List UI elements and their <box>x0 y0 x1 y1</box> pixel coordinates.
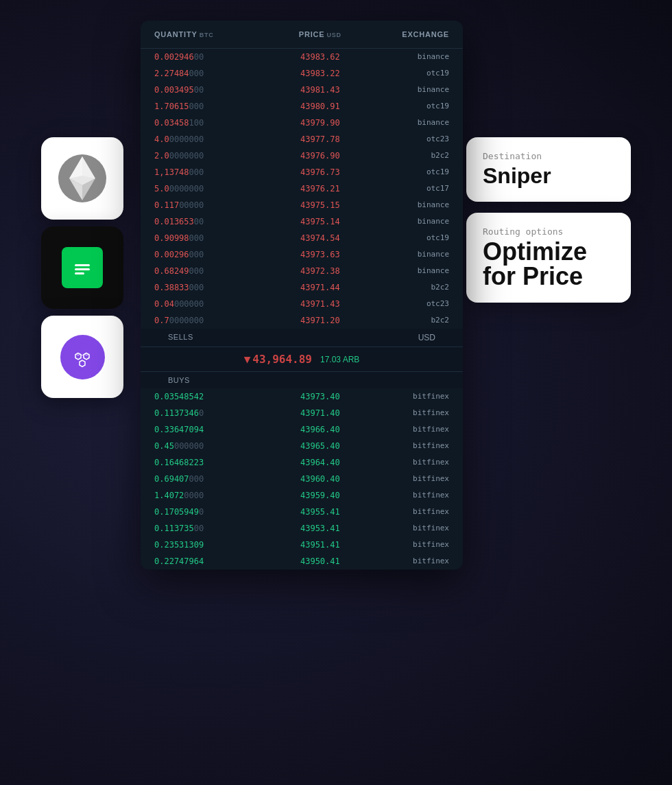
table-row: 0.11373460 43971.40 bitfinex <box>141 405 463 421</box>
mid-price-row: ▼43,964.89 17.03 ARB <box>141 347 463 372</box>
stack-icon <box>62 247 103 288</box>
table-row: 0.38833000 43971.44 b2c2 <box>141 279 463 296</box>
table-row: 0.11700000 43975.15 binance <box>141 197 463 213</box>
table-row: 5.00000000 43976.21 otc17 <box>141 180 463 197</box>
table-row: 1.70615000 43980.91 otc19 <box>141 98 463 115</box>
eth-icon <box>58 154 106 202</box>
table-row: 2.00000000 43976.90 b2c2 <box>141 148 463 164</box>
token-cards-container <box>41 137 123 398</box>
table-row: 0.03548542 43973.40 bitfinex <box>141 388 463 405</box>
mid-price-value: ▼43,964.89 <box>244 353 312 366</box>
matic-icon <box>60 335 105 379</box>
destination-sniper-card[interactable]: Destination Sniper <box>466 137 631 202</box>
table-row: 1.40720000 43959.40 bitfinex <box>141 487 463 504</box>
table-row: 0.70000000 43971.20 b2c2 <box>141 312 463 329</box>
svg-rect-7 <box>75 268 90 270</box>
table-row: 0.33647094 43966.40 bitfinex <box>141 421 463 438</box>
table-row: 0.00349500 43981.43 binance <box>141 82 463 98</box>
buys-label: BUYS <box>154 373 204 387</box>
price-column-header: PRICEUSD <box>265 30 375 38</box>
svg-rect-8 <box>75 272 84 274</box>
orderbook-header: QUANTITYBTC PRICEUSD EXCHANGE <box>141 21 463 49</box>
svg-marker-4 <box>69 156 82 178</box>
svg-rect-6 <box>75 264 90 266</box>
destination-sniper-label: Destination <box>483 151 614 161</box>
table-row: 0.45000000 43965.40 bitfinex <box>141 438 463 454</box>
table-row: 0.00294600 43983.62 binance <box>141 49 463 65</box>
table-row: 0.23531309 43951.41 bitfinex <box>141 537 463 553</box>
table-row: 0.22747964 43950.41 bitfinex <box>141 553 463 570</box>
svg-marker-3 <box>82 156 95 178</box>
buys-bar: BUYS <box>141 372 463 388</box>
table-row: 0.90998000 43974.54 otc19 <box>141 230 463 246</box>
table-row: 1,13748000 43976.73 otc19 <box>141 164 463 180</box>
table-row: 0.01365300 43975.14 binance <box>141 213 463 230</box>
table-row: 0.69407000 43960.40 bitfinex <box>141 471 463 487</box>
sells-label: SELLS <box>154 330 207 345</box>
arb-value: 17.03 ARB <box>320 355 359 364</box>
table-row: 0.11373500 43953.41 bitfinex <box>141 520 463 537</box>
table-row: 0.04000000 43971.43 otc23 <box>141 296 463 312</box>
token-card-eth[interactable] <box>41 137 123 220</box>
table-row: 0.17059490 43955.41 bitfinex <box>141 504 463 520</box>
routing-options-title: Optimizefor Price <box>483 239 614 289</box>
token-card-matic[interactable] <box>41 316 123 398</box>
table-row: 4.00000000 43977.78 otc23 <box>141 131 463 148</box>
usd-label: USD <box>405 330 449 345</box>
quantity-column-header: QUANTITYBTC <box>154 30 265 38</box>
exchange-column-header: EXCHANGE <box>376 30 450 38</box>
table-row: 0.00296000 43973.63 binance <box>141 246 463 263</box>
routing-options-card[interactable]: Routing options Optimizefor Price <box>466 213 631 303</box>
table-row: 0.68249000 43972.38 binance <box>141 263 463 279</box>
table-row: 0.16468223 43964.40 bitfinex <box>141 454 463 471</box>
routing-options-label: Routing options <box>483 226 614 237</box>
sells-usd-bar: SELLS USD <box>141 329 463 347</box>
token-card-stack[interactable] <box>41 226 123 309</box>
orderbook-panel: QUANTITYBTC PRICEUSD EXCHANGE 0.00294600… <box>141 21 463 570</box>
destination-sniper-title: Sniper <box>483 164 614 188</box>
buys-section: 0.03548542 43973.40 bitfinex 0.11373460 … <box>141 388 463 570</box>
svg-rect-5 <box>72 257 93 278</box>
sells-section: 0.00294600 43983.62 binance 2.27484000 4… <box>141 49 463 329</box>
table-row: 0.03458100 43979.90 binance <box>141 115 463 131</box>
table-row: 2.27484000 43983.22 otc19 <box>141 65 463 82</box>
right-cards-container: Destination Sniper Routing options Optim… <box>466 137 631 303</box>
